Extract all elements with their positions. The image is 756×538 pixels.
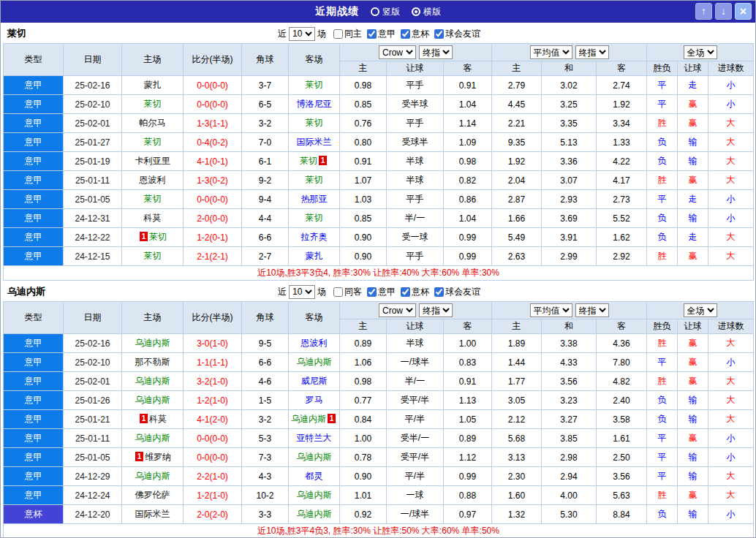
layout-horizontal-radio[interactable] bbox=[412, 7, 420, 16]
away-team-link[interactable]: 莱切 bbox=[306, 118, 323, 128]
home-team-link[interactable]: 维罗纳 bbox=[145, 452, 171, 462]
move-down-button[interactable]: ↓ bbox=[715, 3, 732, 20]
away-team-link[interactable]: 罗马 bbox=[306, 395, 323, 405]
layout-vertical-option[interactable]: 竖版 bbox=[371, 6, 400, 18]
away-team-link[interactable]: 乌迪内斯 bbox=[297, 509, 332, 519]
filter-club-friendly-checkbox[interactable] bbox=[434, 29, 444, 39]
europe-time-select[interactable]: 终指 bbox=[575, 45, 609, 59]
score-link[interactable]: 0-0(0-0) bbox=[184, 448, 242, 467]
away-team-link[interactable]: 拉齐奥 bbox=[301, 232, 328, 242]
home-team-link[interactable]: 那不勒斯 bbox=[135, 357, 170, 367]
filter-italy-cup[interactable]: 意杯 bbox=[401, 286, 429, 298]
away-team-link[interactable]: 莱切 bbox=[300, 156, 317, 166]
home-team-link[interactable]: 科莫 bbox=[144, 213, 162, 223]
score-link[interactable]: 3-0(1-0) bbox=[184, 334, 242, 353]
filter-serie-a[interactable]: 意甲 bbox=[367, 286, 396, 298]
away-team-link[interactable]: 蒙扎 bbox=[306, 251, 323, 261]
away-team-link[interactable]: 乌迪内斯 bbox=[297, 357, 332, 367]
away-team-link[interactable]: 乌迪内斯 bbox=[297, 490, 332, 500]
europe-odds-select[interactable]: 平均值 bbox=[530, 45, 572, 59]
filter-serie-a-checkbox[interactable] bbox=[367, 29, 377, 39]
score-link[interactable]: 0-0(0-0) bbox=[184, 95, 242, 114]
home-team-link[interactable]: 莱切 bbox=[144, 137, 162, 147]
away-team-link[interactable]: 国际米兰 bbox=[297, 137, 332, 147]
away-team-link[interactable]: 莱切 bbox=[306, 80, 323, 90]
score-link[interactable]: 1-2(1-0) bbox=[184, 486, 242, 505]
score-link[interactable]: 2-2(1-0) bbox=[184, 467, 242, 486]
score-link[interactable]: 3-2(1-0) bbox=[184, 372, 242, 391]
score-link[interactable]: 1-1(1-1) bbox=[184, 353, 242, 372]
home-team-link[interactable]: 乌迪内斯 bbox=[135, 376, 170, 386]
score-link[interactable]: 0-0(0-0) bbox=[184, 190, 242, 209]
move-up-button[interactable]: ↑ bbox=[695, 3, 712, 20]
filter-club-friendly[interactable]: 球会友谊 bbox=[434, 28, 480, 40]
away-team-link[interactable]: 乌迪内斯 bbox=[291, 414, 326, 424]
filter-italy-cup-checkbox[interactable] bbox=[401, 287, 410, 297]
scope-select[interactable]: 全场 bbox=[684, 303, 717, 317]
home-team-link[interactable]: 莱切 bbox=[144, 251, 162, 261]
match-row: 意甲25-01-11乌迪内斯0-0(0-0)5-3亚特兰大1.00受半/一0.8… bbox=[4, 429, 754, 448]
home-team-link[interactable]: 恩波利 bbox=[140, 175, 166, 185]
home-team-link[interactable]: 卡利亚里 bbox=[135, 156, 170, 166]
home-team-link[interactable]: 莱切 bbox=[144, 99, 162, 109]
home-team-link[interactable]: 乌迪内斯 bbox=[135, 471, 170, 481]
handicap-away-odds: 0.91 bbox=[444, 76, 492, 95]
filter-serie-a-checkbox[interactable] bbox=[367, 287, 377, 297]
score-link[interactable]: 1-2(0-1) bbox=[184, 228, 242, 247]
filter-same-venue[interactable]: 同主 bbox=[333, 28, 362, 40]
score-link[interactable]: 1-2(1-0) bbox=[184, 391, 242, 410]
layout-vertical-radio[interactable] bbox=[371, 7, 379, 16]
filter-same-venue-checkbox[interactable] bbox=[333, 29, 343, 39]
home-team-link[interactable]: 乌迪内斯 bbox=[135, 395, 170, 405]
filter-club-friendly-checkbox[interactable] bbox=[434, 287, 444, 297]
score-link[interactable]: 0-4(0-2) bbox=[184, 133, 242, 152]
layout-horizontal-option[interactable]: 横版 bbox=[412, 6, 441, 18]
away-team-link[interactable]: 亚特兰大 bbox=[297, 433, 332, 443]
score-link[interactable]: 0-0(0-0) bbox=[184, 76, 242, 95]
away-team-link[interactable]: 莱切 bbox=[306, 213, 323, 223]
away-team-cell: 恩波利 bbox=[289, 334, 340, 353]
europe-odds-select[interactable]: 平均值 bbox=[530, 303, 572, 317]
europe-time-select[interactable]: 终指 bbox=[575, 303, 609, 317]
score-link[interactable]: 4-1(0-1) bbox=[184, 152, 242, 171]
home-team-link[interactable]: 蒙扎 bbox=[144, 80, 162, 90]
handicap-time-select[interactable]: 终指 bbox=[419, 45, 453, 59]
filter-serie-a[interactable]: 意甲 bbox=[367, 28, 396, 40]
score-link[interactable]: 2-0(0-0) bbox=[184, 209, 242, 228]
away-team-link[interactable]: 恩波利 bbox=[301, 338, 328, 348]
home-team-link[interactable]: 科莫 bbox=[149, 414, 167, 424]
score-link[interactable]: 1-3(1-1) bbox=[184, 114, 242, 133]
home-team-link[interactable]: 国际米兰 bbox=[135, 509, 170, 519]
col-header-away: 客场 bbox=[289, 302, 340, 334]
filter-same-venue-checkbox[interactable] bbox=[333, 287, 343, 297]
recent-count-select[interactable]: 10 bbox=[289, 27, 315, 41]
recent-count-select[interactable]: 10 bbox=[289, 285, 315, 299]
score-link[interactable]: 4-1(2-0) bbox=[184, 410, 242, 429]
away-team-link[interactable]: 威尼斯 bbox=[301, 376, 328, 386]
bookmaker-select[interactable]: Crow bbox=[379, 45, 416, 59]
filter-italy-cup[interactable]: 意杯 bbox=[401, 28, 429, 40]
result-scope-group: 全场 bbox=[647, 44, 754, 61]
handicap-time-select[interactable]: 终指 bbox=[419, 303, 453, 317]
away-team-link[interactable]: 热那亚 bbox=[301, 194, 328, 204]
away-team-link[interactable]: 都灵 bbox=[306, 471, 323, 481]
away-team-link[interactable]: 乌迪内斯 bbox=[297, 452, 332, 462]
away-team-link[interactable]: 博洛尼亚 bbox=[297, 99, 332, 109]
score-link[interactable]: 1-3(0-2) bbox=[184, 171, 242, 190]
score-link[interactable]: 2-0(2-0) bbox=[184, 505, 242, 524]
score-link[interactable]: 0-0(0-0) bbox=[184, 429, 242, 448]
away-team-link[interactable]: 莱切 bbox=[306, 175, 323, 185]
filter-same-venue[interactable]: 同客 bbox=[333, 286, 362, 298]
scope-select[interactable]: 全场 bbox=[684, 45, 717, 59]
home-team-link[interactable]: 莱切 bbox=[149, 232, 167, 242]
filter-italy-cup-checkbox[interactable] bbox=[401, 29, 410, 39]
bookmaker-select[interactable]: Crow bbox=[379, 303, 416, 317]
home-team-link[interactable]: 帕尔马 bbox=[140, 118, 166, 128]
home-team-link[interactable]: 乌迪内斯 bbox=[135, 433, 170, 443]
home-team-link[interactable]: 佛罗伦萨 bbox=[135, 490, 170, 500]
filter-club-friendly[interactable]: 球会友谊 bbox=[434, 286, 480, 298]
home-team-link[interactable]: 乌迪内斯 bbox=[135, 338, 170, 348]
home-team-link[interactable]: 莱切 bbox=[144, 194, 162, 204]
close-button[interactable]: × bbox=[735, 3, 752, 20]
score-link[interactable]: 2-1(2-1) bbox=[184, 247, 242, 266]
